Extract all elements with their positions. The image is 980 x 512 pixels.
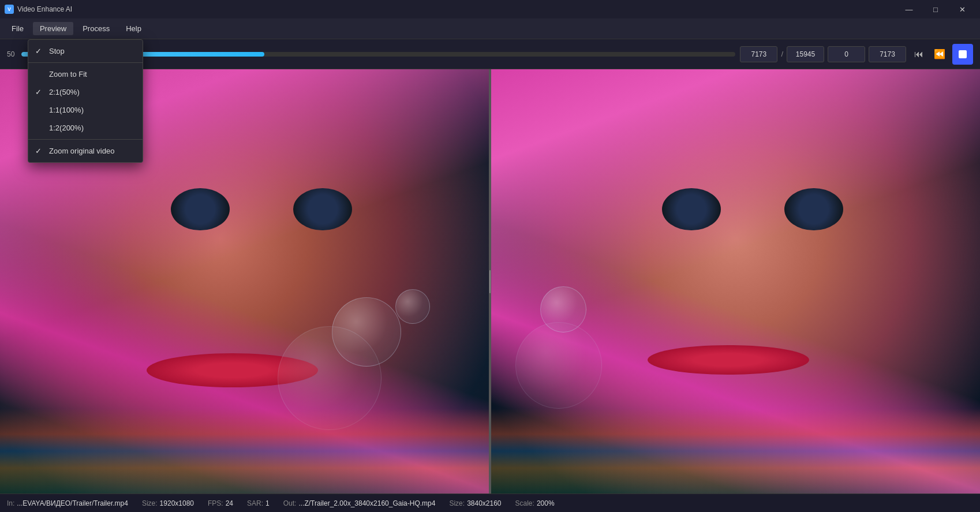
status-size-in-value: 1920x1080 bbox=[160, 499, 194, 507]
status-size-out-value: 3840x2160 bbox=[467, 499, 501, 507]
end-frame-input[interactable] bbox=[869, 46, 906, 62]
dropdown-zoom-50-label: 2:1(50%) bbox=[49, 88, 80, 96]
status-sar-value: 1 bbox=[265, 499, 270, 507]
start-frame-input[interactable] bbox=[828, 46, 865, 62]
status-scale: Scale: 200% bbox=[515, 499, 555, 507]
status-out-label: Out: bbox=[283, 499, 297, 507]
status-scale-label: Scale: bbox=[515, 499, 534, 507]
status-size-in: Size: 1920x1080 bbox=[142, 499, 194, 507]
status-scale-value: 200% bbox=[537, 499, 555, 507]
close-button[interactable]: ✕ bbox=[949, 0, 975, 18]
dropdown-item-zoom-100[interactable]: 1:1(100%) bbox=[28, 101, 143, 119]
status-fps-label: FPS: bbox=[208, 499, 223, 507]
menu-process[interactable]: Process bbox=[76, 22, 117, 35]
status-in-label: In: bbox=[7, 499, 14, 507]
dropdown-zoom-fit-label: Zoom to Fit bbox=[49, 70, 87, 79]
dropdown-separator-1 bbox=[28, 62, 143, 63]
app-title: Video Enhance AI bbox=[17, 5, 72, 13]
status-size-out-label: Size: bbox=[449, 499, 465, 507]
status-sar-label: SAR: bbox=[247, 499, 263, 507]
minimize-button[interactable]: — bbox=[896, 0, 922, 18]
status-in: In: ...EVAYA/ВИДЕО/Trailer/Trailer.mp4 bbox=[7, 499, 128, 507]
title-bar-controls: — □ ✕ bbox=[896, 0, 975, 18]
dropdown-item-zoom-original[interactable]: Zoom original video bbox=[28, 142, 143, 160]
eye-left-original bbox=[171, 188, 230, 231]
stop-icon bbox=[959, 50, 967, 58]
status-out: Out: ...Z/Trailer_2.00x_3840x2160_Gaia-H… bbox=[283, 499, 436, 507]
current-frame-input[interactable] bbox=[740, 46, 777, 62]
outfit-original bbox=[0, 409, 489, 494]
menu-help[interactable]: Help bbox=[119, 22, 148, 35]
menu-file[interactable]: File bbox=[5, 22, 31, 35]
dropdown-zoom-original-label: Zoom original video bbox=[49, 147, 114, 155]
title-bar-left: V Video Enhance AI bbox=[5, 5, 72, 14]
preview-dropdown: Stop Zoom to Fit 2:1(50%) 1:1(100%) 1:2(… bbox=[28, 39, 143, 163]
app-icon: V bbox=[5, 5, 14, 14]
dropdown-zoom-200-label: 1:2(200%) bbox=[49, 124, 84, 132]
dropdown-item-zoom-200[interactable]: 1:2(200%) bbox=[28, 119, 143, 137]
status-sar: SAR: 1 bbox=[247, 499, 270, 507]
dropdown-item-zoom-fit[interactable]: Zoom to Fit bbox=[28, 65, 143, 83]
skip-start-button[interactable]: ⏮ bbox=[911, 46, 927, 62]
video-panels bbox=[0, 69, 980, 494]
maximize-button[interactable]: □ bbox=[922, 0, 949, 18]
step-back-button[interactable]: ⏪ bbox=[932, 46, 948, 62]
status-out-value: ...Z/Trailer_2.00x_3840x2160_Gaia-HQ.mp4 bbox=[298, 499, 435, 507]
total-frames-display bbox=[787, 46, 824, 62]
frame-separator: / bbox=[781, 50, 783, 58]
outfit-enhanced bbox=[491, 409, 980, 494]
video-panel-enhanced bbox=[491, 69, 980, 494]
status-bar: In: ...EVAYA/ВИДЕО/Trailer/Trailer.mp4 S… bbox=[0, 494, 980, 512]
time-inputs: / bbox=[740, 46, 906, 62]
dropdown-zoom-100-label: 1:1(100%) bbox=[49, 106, 84, 114]
stop-button[interactable] bbox=[952, 44, 973, 65]
dropdown-item-stop[interactable]: Stop bbox=[28, 42, 143, 60]
eye-right-original bbox=[293, 188, 352, 231]
eye-right-enhanced bbox=[784, 188, 843, 231]
status-in-value: ...EVAYA/ВИДЕО/Trailer/Trailer.mp4 bbox=[17, 499, 128, 507]
dropdown-separator-2 bbox=[28, 139, 143, 140]
eye-left-enhanced bbox=[662, 188, 721, 231]
status-size-out: Size: 3840x2160 bbox=[449, 499, 501, 507]
panel-divider[interactable] bbox=[489, 69, 491, 494]
dropdown-stop-label: Stop bbox=[49, 47, 65, 55]
main-content: Stop Zoom to Fit 2:1(50%) 1:1(100%) 1:2(… bbox=[0, 69, 980, 494]
title-bar: V Video Enhance AI — □ ✕ bbox=[0, 0, 980, 18]
menu-preview[interactable]: Preview bbox=[33, 22, 73, 35]
lips-enhanced bbox=[648, 345, 809, 375]
status-fps-value: 24 bbox=[226, 499, 233, 507]
bubble2-enhanced bbox=[515, 322, 602, 409]
frame-prefix: 50 bbox=[7, 50, 14, 58]
dropdown-item-zoom-50[interactable]: 2:1(50%) bbox=[28, 83, 143, 101]
menu-bar: File Preview Process Help bbox=[0, 18, 980, 39]
bubble2-original bbox=[395, 289, 430, 324]
toolbar: 50 / ⏮ ⏪ bbox=[0, 39, 980, 69]
status-size-in-label: Size: bbox=[142, 499, 158, 507]
video-frame-enhanced bbox=[491, 69, 980, 494]
status-fps: FPS: 24 bbox=[208, 499, 233, 507]
